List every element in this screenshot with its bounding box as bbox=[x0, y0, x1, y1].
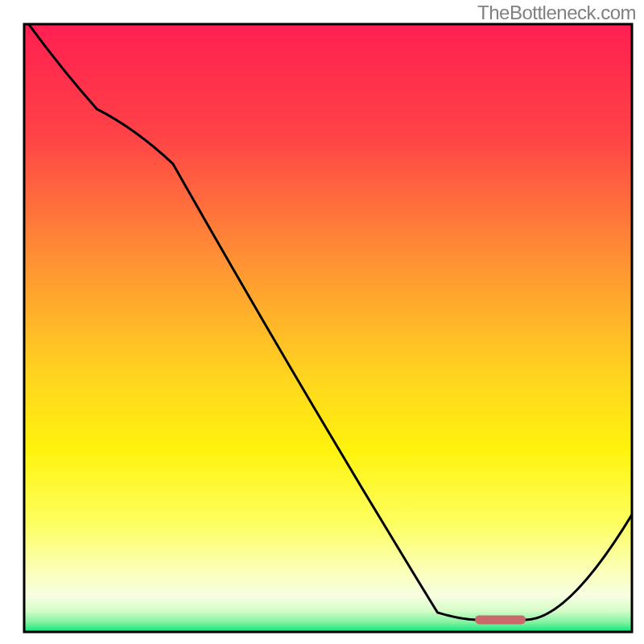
watermark-text: TheBottleneck.com bbox=[477, 2, 636, 24]
bottleneck-chart bbox=[0, 0, 644, 644]
optimal-marker bbox=[475, 615, 526, 624]
chart-container: TheBottleneck.com bbox=[0, 0, 644, 644]
plot-background bbox=[24, 24, 632, 632]
